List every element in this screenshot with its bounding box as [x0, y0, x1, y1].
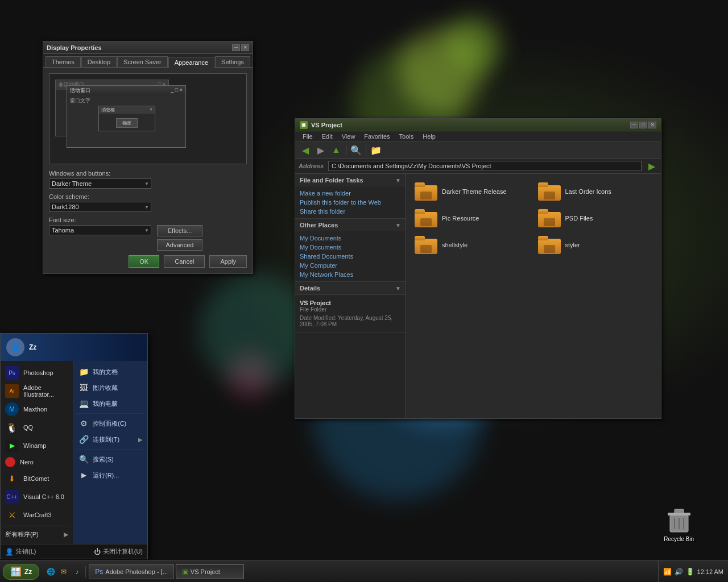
tab-desktop[interactable]: Desktop — [81, 56, 117, 67]
vs-project-icon: ▣ — [300, 121, 308, 129]
sm-item-illustrator[interactable]: Ai Adobe Illustrator... — [1, 382, 73, 400]
forward-button[interactable]: ▶ — [314, 144, 328, 156]
vs-close[interactable]: ✕ — [648, 122, 656, 128]
windows-buttons-select-wrapper[interactable]: Darker Theme — [49, 178, 151, 189]
back-button[interactable]: ◀ — [299, 144, 312, 156]
ok-button[interactable]: OK — [129, 255, 159, 268]
tab-screensaver[interactable]: Screen Saver — [117, 56, 168, 67]
preview-active-window: 活动窗口 _ □ × 窗口文字 消息框 × 确定 — [67, 85, 186, 148]
windows-buttons-select[interactable]: Darker Theme — [49, 178, 151, 189]
ql-email-icon[interactable]: ✉ — [58, 566, 69, 577]
recycle-bin[interactable]: Recycle Bin — [664, 507, 694, 542]
logout-button[interactable]: 👤 注销(L) — [5, 547, 36, 556]
sm-right-pictures[interactable]: 🖼 图片收藏 — [73, 380, 147, 396]
start-button[interactable]: 🪟 Zz — [3, 564, 39, 580]
folder-psd-files[interactable]: PSD Files — [538, 209, 653, 227]
sm-right-run[interactable]: ▶ 运行(R)... — [73, 467, 147, 483]
sm-right-search[interactable]: 🔍 搜索(S) — [73, 451, 147, 467]
sm-right-my-computer[interactable]: 💻 我的电脑 — [73, 396, 147, 411]
up-button[interactable]: ▲ — [329, 144, 343, 156]
folder-icon-darker-theme — [415, 182, 437, 201]
vs-menu-file[interactable]: File — [298, 131, 317, 142]
sm-item-photoshop[interactable]: Ps Photoshop — [1, 364, 73, 382]
folder-name-shellstyle: shellstyle — [442, 242, 468, 248]
sm-item-maxthon[interactable]: M Maxthon — [1, 400, 73, 418]
other-places-section: Other Places ▼ My Documents My Documents… — [295, 219, 406, 282]
sm-item-nero[interactable]: Nero — [1, 455, 73, 469]
share-link[interactable]: Share this folder — [300, 207, 401, 216]
vs-menu-help[interactable]: Help — [418, 131, 440, 142]
taskbar-photoshop-label: Adobe Photoshop - [... — [105, 568, 167, 575]
preview-ok-button[interactable]: 确定 — [116, 118, 138, 128]
color-scheme-select-wrapper[interactable]: Dark1280 — [49, 202, 151, 212]
folders-button[interactable]: 📁 — [369, 144, 383, 156]
sm-item-winamp[interactable]: ▶ Winamp — [1, 436, 73, 455]
folder-last-order-icons[interactable]: Last Order Icons — [538, 182, 653, 201]
vs-minimize[interactable]: ─ — [630, 122, 638, 128]
sm-item-qq[interactable]: 🐧 QQ — [1, 418, 73, 436]
folder-shellstyle[interactable]: shellstyle — [415, 236, 530, 254]
address-input[interactable] — [328, 161, 642, 171]
sm-item-bitcomet[interactable]: ⬇ BitComet — [1, 469, 73, 488]
vs-menu-view[interactable]: View — [337, 131, 360, 142]
advanced-button[interactable]: Advanced — [157, 239, 202, 251]
font-size-row: Font size: Tahoma Effects... Advanced — [49, 217, 247, 251]
sm-right-connect[interactable]: 🔗 连接到(T) ▶ — [73, 431, 147, 447]
tray-battery-icon[interactable]: 🔋 — [686, 567, 695, 576]
vs-menu-favorites[interactable]: Favorites — [359, 131, 394, 142]
file-tasks-chevron: ▼ — [395, 177, 401, 184]
sm-right-my-docs[interactable]: 📁 我的文档 — [73, 364, 147, 380]
vs-project-window: ▣ VS Project ─ □ ✕ File Edit View Favori… — [295, 118, 661, 419]
file-tasks-header[interactable]: File and Folder Tasks ▼ — [295, 174, 406, 186]
color-scheme-select[interactable]: Dark1280 — [49, 202, 151, 212]
ql-music-icon[interactable]: ♪ — [71, 566, 82, 577]
file-tasks-title: File and Folder Tasks — [300, 177, 363, 184]
folder-darker-theme[interactable]: Darker Theme Release — [415, 182, 530, 201]
font-size-select-wrapper[interactable]: Tahoma — [49, 225, 151, 235]
tray-network-icon[interactable]: 📶 — [663, 567, 672, 576]
color-scheme-row: Color scheme: Dark1280 — [49, 193, 247, 212]
start-menu-right: 📁 我的文档 🖼 图片收藏 💻 我的电脑 ⚙ 控制面板(C) 🔗 连接到(T) … — [73, 361, 147, 544]
all-programs-button[interactable]: 所有程序(P) ▶ — [1, 528, 73, 541]
ql-ie-icon[interactable]: 🌐 — [45, 566, 56, 577]
details-header[interactable]: Details ▼ — [295, 282, 406, 294]
sm-item-warcraft[interactable]: ⚔ WarCraft3 — [1, 506, 73, 524]
vs-menu-edit[interactable]: Edit — [317, 131, 337, 142]
cancel-button[interactable]: Cancel — [164, 255, 205, 268]
start-menu-header: 👤 Zz — [1, 334, 147, 361]
illustrator-icon: Ai — [5, 384, 19, 398]
publish-link[interactable]: Publish this folder to the Web — [300, 198, 401, 207]
apply-button[interactable]: Apply — [209, 255, 247, 268]
my-documents-link-1[interactable]: My Documents — [300, 234, 401, 243]
my-computer-link[interactable]: My Computer — [300, 261, 401, 270]
make-folder-link[interactable]: Make a new folder — [300, 189, 401, 198]
user-avatar: 👤 — [6, 338, 24, 356]
tab-settings[interactable]: Settings — [215, 56, 250, 67]
my-documents-link-2[interactable]: My Documents — [300, 243, 401, 252]
folder-pic-resource[interactable]: Pic Resource — [415, 209, 530, 227]
other-places-header[interactable]: Other Places ▼ — [295, 219, 406, 231]
font-size-select[interactable]: Tahoma — [49, 225, 151, 235]
display-properties-close[interactable]: ✕ — [241, 44, 249, 51]
shared-documents-link[interactable]: Shared Documents — [300, 252, 401, 261]
search-button[interactable]: 🔍 — [349, 144, 363, 156]
effects-button[interactable]: Effects... — [157, 225, 202, 236]
recycle-bin-label: Recycle Bin — [664, 536, 694, 542]
vs-menu-tools[interactable]: Tools — [395, 131, 419, 142]
shutdown-button[interactable]: ⏻ 关闭计算机(U) — [94, 547, 143, 556]
sm-item-vcpp[interactable]: C++ Visual C++ 6.0 — [1, 488, 73, 506]
folder-styler[interactable]: styler — [538, 236, 653, 254]
my-docs-icon: 📁 — [78, 366, 89, 377]
tray-volume-icon[interactable]: 🔊 — [675, 567, 684, 576]
tab-themes[interactable]: Themes — [46, 56, 81, 67]
taskbar-item-vs-project[interactable]: ▣ VS Project — [176, 564, 244, 579]
details-date: Date Modified: Yesterday, August 25, 200… — [300, 315, 401, 327]
display-properties-preview: 非活动窗口 _ □ × 活动窗口 _ □ × 窗口文字 消息框 × 确定 — [49, 73, 247, 164]
vs-maximize[interactable]: □ — [639, 122, 647, 128]
tab-appearance[interactable]: Appearance — [168, 57, 214, 68]
display-properties-minimize[interactable]: ─ — [232, 44, 240, 51]
address-go-button[interactable]: ▶ — [646, 160, 657, 172]
my-network-places-link[interactable]: My Network Places — [300, 270, 401, 279]
sm-right-control-panel[interactable]: ⚙ 控制面板(C) — [73, 415, 147, 431]
taskbar-item-photoshop[interactable]: Ps Adobe Photoshop - [... — [89, 564, 173, 579]
